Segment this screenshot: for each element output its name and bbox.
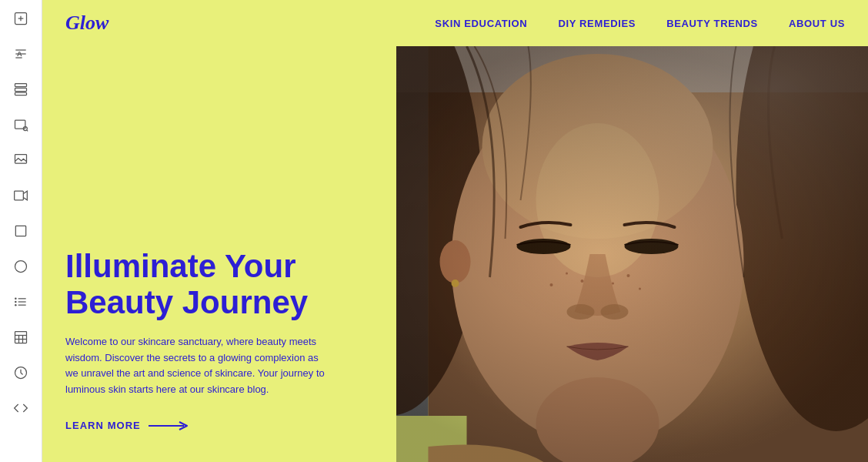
svg-line-12 [27,130,28,131]
code-icon[interactable] [10,397,32,419]
image-search-icon[interactable] [10,114,32,136]
learn-more-label: LEARN MORE [65,420,141,431]
nav-diy-remedies[interactable]: DIY REMEDIES [558,18,636,29]
sidebar: A [0,0,42,462]
nav-beauty-trends[interactable]: BEAUTY TRENDS [666,18,758,29]
table-icon[interactable] [10,326,32,348]
hero-content-card: Illuminate Your Beauty Journey Welcome t… [42,46,396,462]
list-icon[interactable] [10,291,32,313]
svg-text:A: A [17,50,22,58]
video-icon[interactable] [10,185,32,206]
svg-rect-9 [15,92,27,95]
svg-rect-23 [15,332,27,343]
text-icon[interactable]: A [10,43,32,65]
nav-about-us[interactable]: ABOUT US [789,18,845,29]
svg-rect-15 [15,226,25,236]
header: Glow SKIN EDUCATION DIY REMEDIES BEAUTY … [42,0,868,46]
layout-rows-icon[interactable] [10,79,32,100]
gallery-icon[interactable] [10,149,32,171]
svg-rect-7 [15,84,27,87]
learn-more-arrow-icon [149,420,191,431]
svg-rect-52 [335,46,868,462]
logo[interactable]: Glow [65,12,108,35]
add-section-icon[interactable] [10,8,32,29]
hero-description: Welcome to our skincare sanctuary, where… [65,334,327,398]
svg-rect-8 [15,88,27,91]
svg-rect-13 [15,155,27,164]
hero-title: Illuminate Your Beauty Journey [65,249,373,320]
svg-point-16 [15,261,27,273]
svg-rect-14 [15,191,24,200]
hero-section: Illuminate Your Beauty Journey Welcome t… [42,46,868,462]
hero-photo [335,46,868,462]
circle-icon[interactable] [10,256,32,277]
navigation: SKIN EDUCATION DIY REMEDIES BEAUTY TREND… [435,18,845,29]
learn-more-button[interactable]: LEARN MORE [65,420,373,431]
box-icon[interactable] [10,220,32,242]
nav-skin-education[interactable]: SKIN EDUCATION [435,18,527,29]
main-content: Glow SKIN EDUCATION DIY REMEDIES BEAUTY … [42,0,868,462]
clock-icon[interactable] [10,362,32,383]
